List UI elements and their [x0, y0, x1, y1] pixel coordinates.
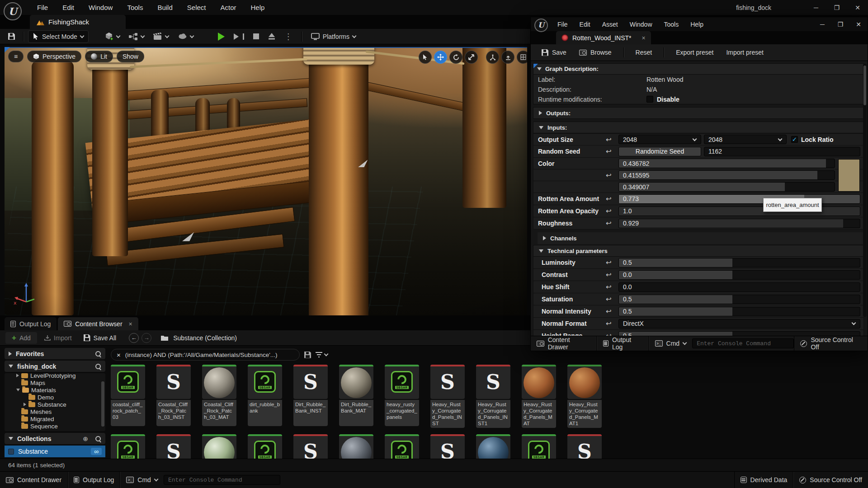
- tree-item-levelprototyping[interactable]: LevelPrototyping: [5, 373, 105, 379]
- randomize-seed-button[interactable]: Randomize Seed: [618, 147, 701, 156]
- output-log-button[interactable]: Output Log: [597, 336, 649, 351]
- asset-tile[interactable]: SBSAR: [248, 434, 282, 459]
- contrast-slider[interactable]: 0.0: [618, 270, 860, 280]
- asset-tile-coastal_cliff_rock_patch_03_mat[interactable]: Coastal_Cliff_Rock_Patch_03_MAT: [202, 365, 236, 426]
- asset-tile-heavy_rusty_corrugated_panels_mat[interactable]: Heavy_Rusty_Corrugated_Panels_MAT: [522, 365, 556, 428]
- menu-select[interactable]: Select: [180, 4, 213, 11]
- import-button[interactable]: Import: [40, 332, 76, 344]
- close-icon[interactable]: ×: [642, 34, 645, 42]
- scale-tool-button[interactable]: [465, 51, 478, 64]
- asset-tile[interactable]: SBSAR: [385, 434, 419, 459]
- tab-rotten-wood-inst[interactable]: Rotten_Wood_INST* ×: [556, 31, 651, 44]
- menu-file[interactable]: File: [30, 4, 55, 11]
- console-command-input[interactable]: Enter Console Command: [164, 475, 280, 485]
- tree-scrollbar[interactable]: [101, 381, 104, 427]
- asset-tile-coastal_cliff_rock_patch_03_inst[interactable]: SCoastal_Cliff_Rock_Patch_03_INST: [156, 365, 191, 426]
- add-button[interactable]: + Add: [5, 332, 37, 344]
- asset-tile[interactable]: [202, 434, 236, 459]
- content-drawer-button[interactable]: Content Drawer: [0, 472, 68, 488]
- tree-item-meshes[interactable]: Meshes: [5, 408, 105, 415]
- maximize-icon[interactable]: ❐: [831, 17, 849, 31]
- reset-arrow-icon[interactable]: ↩: [606, 283, 618, 291]
- reset-arrow-icon[interactable]: ↩: [606, 171, 618, 179]
- reset-arrow-icon[interactable]: ↩: [606, 147, 618, 155]
- asset-tile[interactable]: S: [430, 434, 465, 459]
- collection-item-substance[interactable]: Substance ∞: [5, 446, 105, 457]
- maximize-icon[interactable]: ❐: [826, 0, 847, 15]
- minimize-icon[interactable]: ─: [813, 17, 831, 31]
- asset-tile[interactable]: S: [293, 434, 328, 459]
- asset-tile-heavy_rusty_corrugated_panels_inst[interactable]: SHeavy_Rusty_Corrugated_Panels_INST: [430, 365, 465, 428]
- stop-button[interactable]: [249, 30, 264, 43]
- reset-arrow-icon[interactable]: ↩: [606, 195, 618, 203]
- asset-tile[interactable]: SBSAR: [522, 434, 556, 459]
- menu-build[interactable]: Build: [150, 4, 179, 11]
- search-icon[interactable]: [95, 363, 101, 370]
- eject-button[interactable]: [264, 30, 280, 43]
- roughness-slider[interactable]: 0.929: [618, 219, 860, 228]
- perspective-button[interactable]: Perspective: [27, 51, 81, 62]
- rotate-tool-button[interactable]: [449, 51, 462, 64]
- color-r-slider[interactable]: 0.436782: [618, 159, 835, 168]
- tree-item-demo[interactable]: Demo: [5, 394, 105, 401]
- save-all-button[interactable]: Save All: [79, 332, 121, 344]
- close-icon[interactable]: ✕: [849, 17, 868, 31]
- reset-arrow-icon[interactable]: ↩: [606, 295, 618, 303]
- luminosity-slider[interactable]: 0.5: [618, 258, 860, 267]
- tab-output-log[interactable]: Output Log: [5, 317, 57, 330]
- menu-tools[interactable]: Tools: [658, 21, 685, 28]
- tree-item-migrated[interactable]: Migrated: [5, 415, 105, 422]
- menu-actor[interactable]: Actor: [213, 4, 243, 11]
- close-icon[interactable]: ×: [129, 320, 132, 328]
- reset-arrow-icon[interactable]: ↩: [606, 136, 618, 144]
- reset-button[interactable]: Reset: [630, 46, 658, 59]
- normal-format-dropdown[interactable]: DirectX: [618, 319, 860, 328]
- reset-arrow-icon[interactable]: ↩: [606, 207, 618, 215]
- outputs-section-header[interactable]: Outputs:: [533, 107, 864, 119]
- inputs-section-header[interactable]: Inputs:: [533, 122, 864, 133]
- add-actor-button[interactable]: [100, 30, 124, 43]
- tree-item-sequence[interactable]: Sequence: [5, 422, 105, 430]
- breadcrumb[interactable]: Substance (Collection): [173, 334, 237, 342]
- back-icon[interactable]: ←: [129, 333, 139, 343]
- tab-content-browser[interactable]: Content Browser ×: [58, 317, 138, 330]
- menu-asset[interactable]: Asset: [596, 21, 624, 28]
- forward-icon[interactable]: →: [142, 333, 151, 343]
- disable-checkbox[interactable]: [646, 96, 653, 103]
- substance-scrollbar[interactable]: [863, 64, 867, 317]
- import-preset-button[interactable]: Import preset: [721, 46, 769, 59]
- frame-skip-button[interactable]: [229, 30, 249, 43]
- color-b-slider[interactable]: 0.349007: [618, 182, 835, 192]
- search-icon[interactable]: [95, 436, 101, 442]
- select-tool-button[interactable]: [419, 51, 432, 64]
- output-size-x-dropdown[interactable]: 2048: [618, 135, 701, 144]
- reset-arrow-icon[interactable]: ↩: [606, 258, 618, 267]
- browse-button[interactable]: Browse: [574, 46, 617, 59]
- output-size-y-dropdown[interactable]: 2048: [704, 135, 787, 144]
- menu-edit[interactable]: Edit: [55, 4, 81, 11]
- tree-item-materials[interactable]: Materials: [5, 386, 105, 394]
- technical-parameters-header[interactable]: Technical parameters: [533, 245, 864, 257]
- cmd-dropdown[interactable]: >_ Cmd: [649, 336, 693, 351]
- menu-help[interactable]: Help: [684, 21, 709, 28]
- reset-arrow-icon[interactable]: ↩: [606, 307, 618, 315]
- content-drawer-button[interactable]: Content Drawer: [531, 336, 597, 351]
- clear-search-icon[interactable]: ×: [117, 351, 121, 359]
- asset-tile[interactable]: S: [156, 434, 191, 459]
- blueprints-button[interactable]: [124, 30, 149, 43]
- save-level-icon[interactable]: [8, 33, 15, 40]
- asset-search-input[interactable]: × (instance) AND (Path:'/All/Game/Materi…: [111, 349, 300, 361]
- menu-file[interactable]: File: [552, 21, 574, 28]
- grid-snap-button[interactable]: [517, 51, 527, 64]
- asset-tile[interactable]: SBSAR: [111, 434, 145, 459]
- level-viewport[interactable]: ≡ Perspective Lit Show: [5, 47, 527, 315]
- tab-fishingshack[interactable]: FishingShack: [30, 15, 126, 29]
- asset-tile-coastal_cliff_rock_patch_03[interactable]: SBSARcoastal_cliff_rock_patch_03: [111, 365, 145, 426]
- asset-tile-dirt_rubble_bank_mat[interactable]: Dirt_Rubble_Bank_MAT: [339, 365, 373, 426]
- search-icon[interactable]: [95, 351, 101, 357]
- platforms-button[interactable]: Platforms: [307, 30, 360, 43]
- normal-intensity-slider[interactable]: 0.5: [618, 307, 860, 316]
- output-log-button[interactable]: Output Log: [68, 472, 120, 488]
- world-gizmo-button[interactable]: [486, 51, 499, 64]
- surface-snap-button[interactable]: [501, 51, 514, 64]
